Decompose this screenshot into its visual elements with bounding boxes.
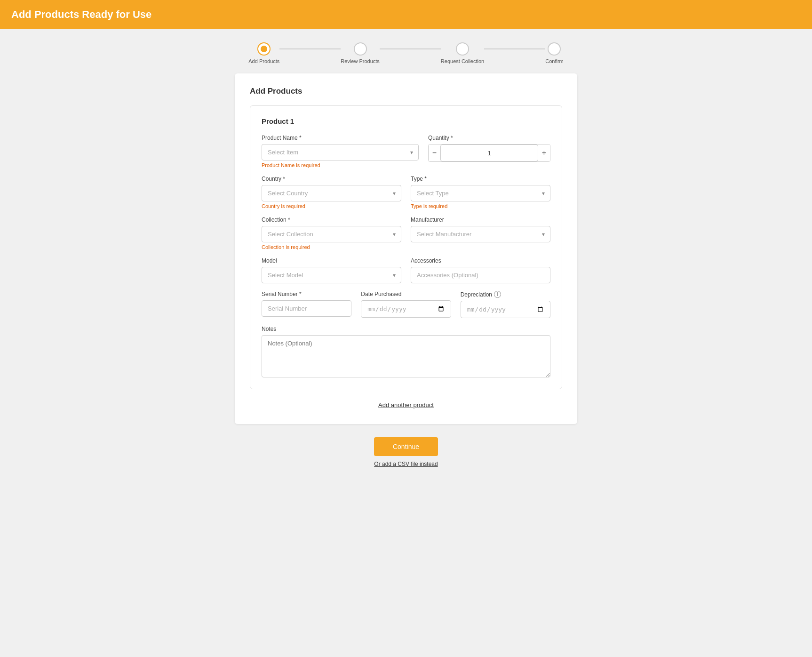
quantity-group: Quantity * − + xyxy=(428,135,550,162)
step-circle-1 xyxy=(257,42,271,56)
collection-error: Collection is required xyxy=(262,244,401,250)
step-label-1: Add Products xyxy=(248,58,279,64)
page-header: Add Products Ready for Use xyxy=(0,0,812,29)
card-title: Add Products xyxy=(250,87,562,96)
serial-date-depreciation-row: Serial Number * Date Purchased Depreciat… xyxy=(262,291,550,318)
step-circle-2 xyxy=(354,42,367,56)
main-content: Add Products Product 1 Product Name * Se… xyxy=(227,73,585,486)
notes-field: Notes xyxy=(262,326,550,377)
serial-number-label: Serial Number * xyxy=(262,291,351,297)
date-purchased-label: Date Purchased xyxy=(361,291,451,297)
type-label: Type * xyxy=(411,176,550,182)
add-another-product-link[interactable]: Add another product xyxy=(378,401,434,409)
type-field: Type * Select Type Type is required xyxy=(411,176,550,209)
product-name-error: Product Name is required xyxy=(262,162,419,168)
step-review-products: Review Products xyxy=(341,42,380,64)
depreciation-field: Depreciation i xyxy=(461,291,550,318)
model-select[interactable]: Select Model xyxy=(262,267,401,283)
collection-label: Collection * xyxy=(262,216,401,223)
product-1-card: Product 1 Product Name * Select Item Pro… xyxy=(250,105,562,389)
page-title: Add Products Ready for Use xyxy=(11,8,151,20)
manufacturer-select-wrapper: Select Manufacturer xyxy=(411,226,550,242)
date-purchased-field: Date Purchased xyxy=(361,291,451,318)
country-select-wrapper: Select Country xyxy=(262,185,401,201)
add-products-card: Add Products Product 1 Product Name * Se… xyxy=(235,73,577,424)
step-label-3: Request Collection xyxy=(441,58,484,64)
quantity-input[interactable] xyxy=(440,144,538,161)
quantity-increase-button[interactable]: + xyxy=(538,144,550,161)
accessories-field: Accessories xyxy=(411,257,550,283)
model-label: Model xyxy=(262,257,401,264)
step-line-2 xyxy=(380,48,441,49)
step-circle-3 xyxy=(456,42,469,56)
manufacturer-field: Manufacturer Select Manufacturer xyxy=(411,216,550,242)
step-line-3 xyxy=(484,48,545,49)
manufacturer-label: Manufacturer xyxy=(411,216,550,223)
depreciation-input[interactable] xyxy=(461,301,550,318)
collection-field: Collection * Select Collection Collectio… xyxy=(262,216,401,250)
date-purchased-input[interactable] xyxy=(361,300,451,318)
step-add-products: Add Products xyxy=(248,42,279,64)
step-line-1 xyxy=(279,48,341,49)
notes-label: Notes xyxy=(262,326,550,332)
country-select[interactable]: Select Country xyxy=(262,185,401,201)
step-confirm: Confirm xyxy=(545,42,564,64)
accessories-label: Accessories xyxy=(411,257,550,264)
depreciation-info-icon[interactable]: i xyxy=(494,291,501,298)
notes-textarea[interactable] xyxy=(262,335,550,377)
product-name-row: Product Name * Select Item Product Name … xyxy=(262,135,550,168)
type-error: Type is required xyxy=(411,203,550,209)
quantity-label: Quantity * xyxy=(428,135,550,141)
type-select[interactable]: Select Type xyxy=(411,185,550,201)
manufacturer-select[interactable]: Select Manufacturer xyxy=(411,226,550,242)
model-field: Model Select Model xyxy=(262,257,401,283)
serial-number-field: Serial Number * xyxy=(262,291,351,317)
step-label-4: Confirm xyxy=(545,58,564,64)
serial-number-input[interactable] xyxy=(262,300,351,317)
depreciation-label: Depreciation i xyxy=(461,291,550,298)
continue-button[interactable]: Continue xyxy=(374,437,438,456)
step-circle-4 xyxy=(548,42,561,56)
product-name-field: Product Name * Select Item Product Name … xyxy=(262,135,419,168)
quantity-decrease-button[interactable]: − xyxy=(429,144,440,161)
collection-select-wrapper: Select Collection xyxy=(262,226,401,242)
csv-link-button[interactable]: Or add a CSV file instead xyxy=(374,461,438,467)
model-select-wrapper: Select Model xyxy=(262,267,401,283)
product-name-select[interactable]: Select Item xyxy=(262,144,419,160)
stepper: Add Products Review Products Request Col… xyxy=(0,29,812,73)
collection-manufacturer-row: Collection * Select Collection Collectio… xyxy=(262,216,550,250)
accessories-input[interactable] xyxy=(411,267,550,283)
product-1-title: Product 1 xyxy=(262,117,550,125)
country-error: Country is required xyxy=(262,203,401,209)
country-type-row: Country * Select Country Country is requ… xyxy=(262,176,550,209)
product-name-label: Product Name * xyxy=(262,135,419,141)
collection-select[interactable]: Select Collection xyxy=(262,226,401,242)
form-actions: Continue Or add a CSV file instead xyxy=(235,433,577,467)
type-select-wrapper: Select Type xyxy=(411,185,550,201)
country-field: Country * Select Country Country is requ… xyxy=(262,176,401,209)
quantity-controls: − + xyxy=(428,144,550,162)
product-name-select-wrapper: Select Item xyxy=(262,144,419,160)
step-label-2: Review Products xyxy=(341,58,380,64)
model-accessories-row: Model Select Model Accessories xyxy=(262,257,550,283)
country-label: Country * xyxy=(262,176,401,182)
step-request-collection: Request Collection xyxy=(441,42,484,64)
add-another-product-container: Add another product xyxy=(250,395,562,411)
